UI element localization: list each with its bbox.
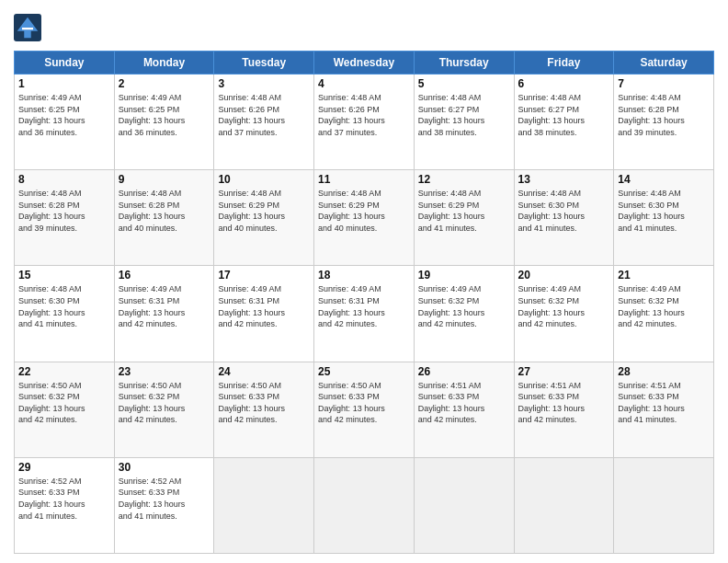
day-number: 25	[318, 365, 410, 378]
weekday-header-wednesday: Wednesday	[314, 52, 415, 75]
calendar-cell-4-4: 26Sunrise: 4:51 AM Sunset: 6:33 PM Dayli…	[414, 362, 514, 457]
day-info: Sunrise: 4:48 AM Sunset: 6:30 PM Dayligh…	[618, 188, 710, 234]
weekday-header-row: SundayMondayTuesdayWednesdayThursdayFrid…	[15, 52, 714, 75]
day-number: 21	[618, 269, 710, 282]
weekday-header-tuesday: Tuesday	[214, 52, 314, 75]
calendar-cell-3-1: 16Sunrise: 4:49 AM Sunset: 6:31 PM Dayli…	[114, 266, 214, 362]
day-info: Sunrise: 4:48 AM Sunset: 6:26 PM Dayligh…	[318, 92, 410, 138]
calendar-cell-3-5: 20Sunrise: 4:49 AM Sunset: 6:32 PM Dayli…	[514, 266, 614, 362]
calendar-week-1: 1Sunrise: 4:49 AM Sunset: 6:25 PM Daylig…	[15, 75, 714, 170]
svg-rect-2	[22, 28, 33, 29]
day-number: 19	[418, 269, 510, 282]
day-info: Sunrise: 4:49 AM Sunset: 6:32 PM Dayligh…	[618, 283, 710, 329]
day-info: Sunrise: 4:48 AM Sunset: 6:28 PM Dayligh…	[618, 92, 710, 138]
calendar-cell-1-2: 3Sunrise: 4:48 AM Sunset: 6:26 PM Daylig…	[214, 75, 314, 170]
calendar-cell-1-3: 4Sunrise: 4:48 AM Sunset: 6:26 PM Daylig…	[314, 75, 415, 170]
calendar-cell-2-0: 8Sunrise: 4:48 AM Sunset: 6:28 PM Daylig…	[15, 170, 115, 266]
day-info: Sunrise: 4:48 AM Sunset: 6:28 PM Dayligh…	[18, 188, 110, 234]
day-number: 29	[18, 461, 110, 474]
day-number: 7	[618, 77, 710, 90]
day-info: Sunrise: 4:50 AM Sunset: 6:32 PM Dayligh…	[18, 380, 110, 426]
calendar-cell-4-2: 24Sunrise: 4:50 AM Sunset: 6:33 PM Dayli…	[214, 362, 314, 457]
day-info: Sunrise: 4:48 AM Sunset: 6:29 PM Dayligh…	[218, 188, 310, 234]
weekday-header-thursday: Thursday	[414, 52, 514, 75]
calendar-cell-1-0: 1Sunrise: 4:49 AM Sunset: 6:25 PM Daylig…	[15, 75, 115, 170]
calendar-cell-2-5: 13Sunrise: 4:48 AM Sunset: 6:30 PM Dayli…	[514, 170, 614, 266]
calendar-cell-3-6: 21Sunrise: 4:49 AM Sunset: 6:32 PM Dayli…	[614, 266, 714, 362]
day-info: Sunrise: 4:49 AM Sunset: 6:31 PM Dayligh…	[119, 283, 210, 329]
day-info: Sunrise: 4:51 AM Sunset: 6:33 PM Dayligh…	[518, 380, 610, 426]
day-info: Sunrise: 4:48 AM Sunset: 6:30 PM Dayligh…	[18, 283, 110, 329]
day-info: Sunrise: 4:48 AM Sunset: 6:30 PM Dayligh…	[518, 188, 610, 234]
calendar-cell-3-4: 19Sunrise: 4:49 AM Sunset: 6:32 PM Dayli…	[414, 266, 514, 362]
day-number: 6	[518, 77, 610, 90]
day-number: 24	[218, 365, 310, 378]
day-info: Sunrise: 4:50 AM Sunset: 6:33 PM Dayligh…	[318, 380, 410, 426]
day-number: 5	[418, 77, 510, 90]
day-number: 20	[518, 269, 610, 282]
calendar-cell-5-1: 30Sunrise: 4:52 AM Sunset: 6:33 PM Dayli…	[114, 457, 214, 553]
day-number: 16	[119, 269, 210, 282]
header	[14, 14, 714, 41]
calendar-cell-2-4: 12Sunrise: 4:48 AM Sunset: 6:29 PM Dayli…	[414, 170, 514, 266]
calendar-week-5: 29Sunrise: 4:52 AM Sunset: 6:33 PM Dayli…	[15, 457, 714, 553]
day-info: Sunrise: 4:50 AM Sunset: 6:33 PM Dayligh…	[218, 380, 310, 426]
day-number: 14	[618, 173, 710, 186]
day-number: 13	[518, 173, 610, 186]
day-number: 28	[618, 365, 710, 378]
calendar-cell-5-5	[514, 457, 614, 553]
page: SundayMondayTuesdayWednesdayThursdayFrid…	[0, 0, 728, 563]
weekday-header-monday: Monday	[114, 52, 214, 75]
day-number: 10	[218, 173, 310, 186]
calendar-cell-1-6: 7Sunrise: 4:48 AM Sunset: 6:28 PM Daylig…	[614, 75, 714, 170]
calendar-cell-1-5: 6Sunrise: 4:48 AM Sunset: 6:27 PM Daylig…	[514, 75, 614, 170]
calendar-cell-1-1: 2Sunrise: 4:49 AM Sunset: 6:25 PM Daylig…	[114, 75, 214, 170]
day-number: 22	[18, 365, 110, 378]
day-info: Sunrise: 4:49 AM Sunset: 6:25 PM Dayligh…	[18, 92, 110, 138]
weekday-header-sunday: Sunday	[15, 52, 115, 75]
logo-icon	[14, 14, 41, 41]
calendar-cell-4-3: 25Sunrise: 4:50 AM Sunset: 6:33 PM Dayli…	[314, 362, 415, 457]
day-info: Sunrise: 4:48 AM Sunset: 6:26 PM Dayligh…	[218, 92, 310, 138]
calendar-week-3: 15Sunrise: 4:48 AM Sunset: 6:30 PM Dayli…	[15, 266, 714, 362]
day-number: 27	[518, 365, 610, 378]
calendar-week-4: 22Sunrise: 4:50 AM Sunset: 6:32 PM Dayli…	[15, 362, 714, 457]
day-info: Sunrise: 4:48 AM Sunset: 6:29 PM Dayligh…	[318, 188, 410, 234]
calendar-week-2: 8Sunrise: 4:48 AM Sunset: 6:28 PM Daylig…	[15, 170, 714, 266]
day-number: 26	[418, 365, 510, 378]
calendar-cell-4-5: 27Sunrise: 4:51 AM Sunset: 6:33 PM Dayli…	[514, 362, 614, 457]
logo	[14, 14, 44, 41]
day-info: Sunrise: 4:49 AM Sunset: 6:31 PM Dayligh…	[218, 283, 310, 329]
day-info: Sunrise: 4:50 AM Sunset: 6:32 PM Dayligh…	[119, 380, 210, 426]
day-info: Sunrise: 4:52 AM Sunset: 6:33 PM Dayligh…	[18, 476, 110, 522]
day-info: Sunrise: 4:48 AM Sunset: 6:27 PM Dayligh…	[518, 92, 610, 138]
calendar-cell-4-0: 22Sunrise: 4:50 AM Sunset: 6:32 PM Dayli…	[15, 362, 115, 457]
day-number: 4	[318, 77, 410, 90]
calendar-cell-5-3	[314, 457, 415, 553]
day-info: Sunrise: 4:51 AM Sunset: 6:33 PM Dayligh…	[618, 380, 710, 426]
day-info: Sunrise: 4:48 AM Sunset: 6:29 PM Dayligh…	[418, 188, 510, 234]
day-number: 3	[218, 77, 310, 90]
day-number: 30	[119, 461, 210, 474]
day-info: Sunrise: 4:48 AM Sunset: 6:27 PM Dayligh…	[418, 92, 510, 138]
day-number: 15	[18, 269, 110, 282]
weekday-header-saturday: Saturday	[614, 52, 714, 75]
calendar-cell-5-6	[614, 457, 714, 553]
calendar-cell-4-1: 23Sunrise: 4:50 AM Sunset: 6:32 PM Dayli…	[114, 362, 214, 457]
day-info: Sunrise: 4:48 AM Sunset: 6:28 PM Dayligh…	[119, 188, 210, 234]
day-info: Sunrise: 4:49 AM Sunset: 6:25 PM Dayligh…	[119, 92, 210, 138]
day-number: 11	[318, 173, 410, 186]
calendar-cell-3-3: 18Sunrise: 4:49 AM Sunset: 6:31 PM Dayli…	[314, 266, 415, 362]
day-number: 8	[18, 173, 110, 186]
calendar-cell-2-2: 10Sunrise: 4:48 AM Sunset: 6:29 PM Dayli…	[214, 170, 314, 266]
calendar-cell-3-2: 17Sunrise: 4:49 AM Sunset: 6:31 PM Dayli…	[214, 266, 314, 362]
calendar-cell-2-6: 14Sunrise: 4:48 AM Sunset: 6:30 PM Dayli…	[614, 170, 714, 266]
calendar-body: 1Sunrise: 4:49 AM Sunset: 6:25 PM Daylig…	[15, 75, 714, 554]
day-number: 18	[318, 269, 410, 282]
calendar-cell-4-6: 28Sunrise: 4:51 AM Sunset: 6:33 PM Dayli…	[614, 362, 714, 457]
day-number: 17	[218, 269, 310, 282]
day-info: Sunrise: 4:49 AM Sunset: 6:32 PM Dayligh…	[518, 283, 610, 329]
calendar-cell-2-3: 11Sunrise: 4:48 AM Sunset: 6:29 PM Dayli…	[314, 170, 415, 266]
day-number: 12	[418, 173, 510, 186]
day-info: Sunrise: 4:49 AM Sunset: 6:32 PM Dayligh…	[418, 283, 510, 329]
